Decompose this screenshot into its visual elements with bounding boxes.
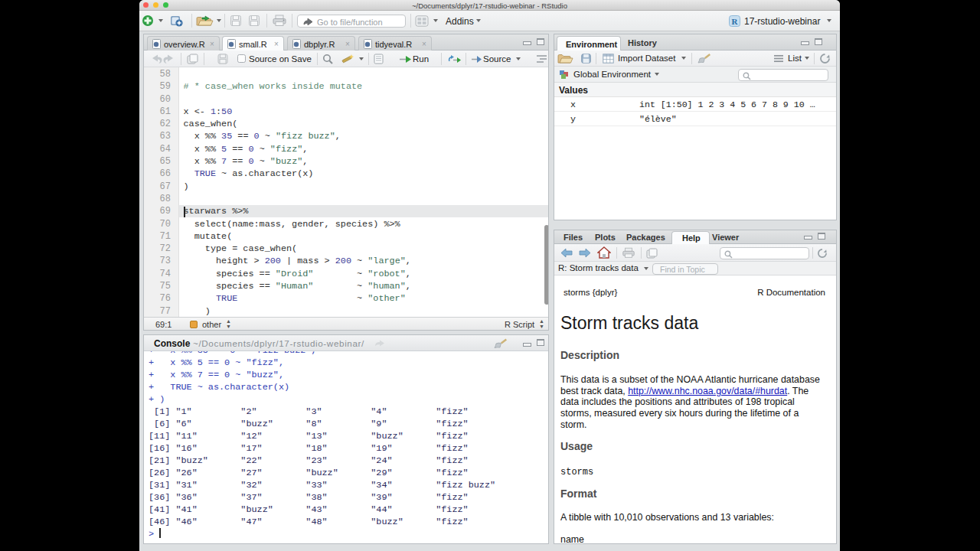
svg-text:R: R bbox=[732, 17, 739, 26]
